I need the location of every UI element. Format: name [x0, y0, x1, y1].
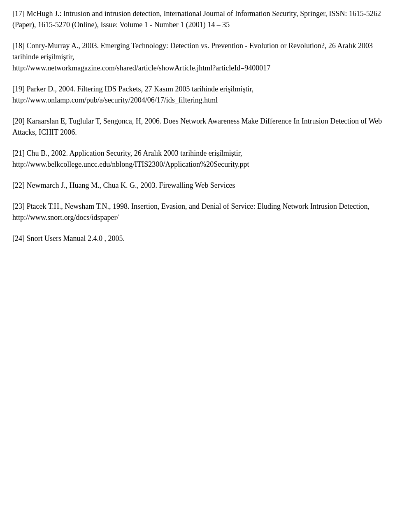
ref22-text: [22] Newmarch J., Huang M., Chua K. G., …: [12, 180, 383, 191]
ref21-text: [21] Chu B., 2002. Application Security,…: [12, 148, 383, 170]
ref23-text: [23] Ptacek T.H., Newsham T.N., 1998. In…: [12, 201, 383, 223]
ref17-text: [17] McHugh J.: Intrusion and intrusion …: [12, 8, 383, 30]
references-container: [17] McHugh J.: Intrusion and intrusion …: [12, 8, 383, 244]
reference-22: [22] Newmarch J., Huang M., Chua K. G., …: [12, 180, 383, 191]
reference-21: [21] Chu B., 2002. Application Security,…: [12, 148, 383, 170]
reference-19: [19] Parker D., 2004. Filtering IDS Pack…: [12, 84, 383, 106]
reference-20: [20] Karaarslan E, Tuglular T, Sengonca,…: [12, 116, 383, 138]
ref19-text: [19] Parker D., 2004. Filtering IDS Pack…: [12, 84, 383, 106]
reference-23: [23] Ptacek T.H., Newsham T.N., 1998. In…: [12, 201, 383, 223]
ref20-text: [20] Karaarslan E, Tuglular T, Sengonca,…: [12, 116, 383, 138]
reference-24: [24] Snort Users Manual 2.4.0 , 2005.: [12, 233, 383, 244]
ref24-text: [24] Snort Users Manual 2.4.0 , 2005.: [12, 233, 383, 244]
reference-17: [17] McHugh J.: Intrusion and intrusion …: [12, 8, 383, 30]
ref18-text: [18] Conry-Murray A., 2003. Emerging Tec…: [12, 40, 383, 74]
reference-18: [18] Conry-Murray A., 2003. Emerging Tec…: [12, 40, 383, 74]
